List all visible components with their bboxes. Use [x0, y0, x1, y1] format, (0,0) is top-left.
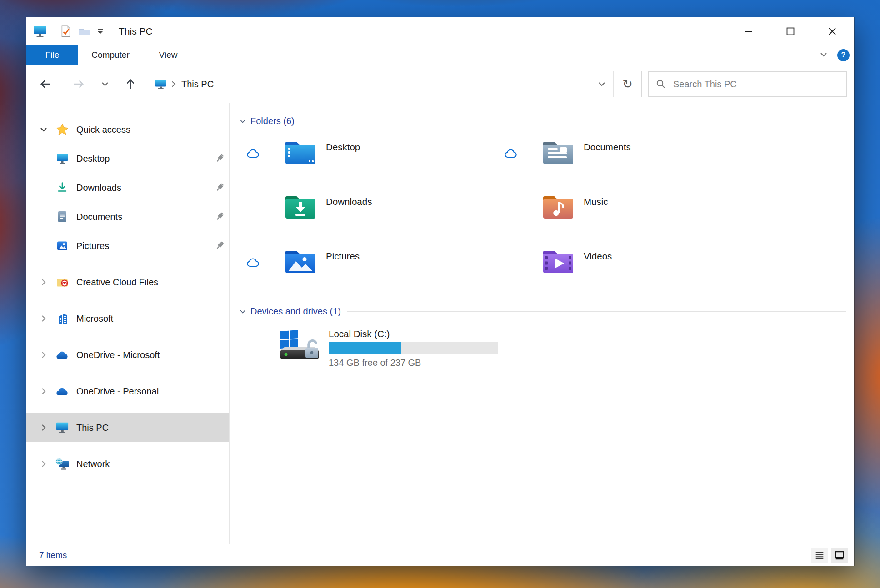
- maximize-button[interactable]: [776, 20, 805, 43]
- chevron-right-icon: [170, 80, 177, 88]
- tab-computer[interactable]: Computer: [78, 45, 143, 65]
- titlebar-separator: [110, 25, 110, 38]
- cloud-status-icon: [504, 147, 518, 159]
- chevron-right-icon[interactable]: [39, 423, 49, 433]
- sidebar-item-label: OneDrive - Personal: [76, 386, 159, 397]
- capacity-bar: [329, 342, 498, 354]
- sidebar-item-desktop[interactable]: Desktop: [26, 144, 229, 173]
- folder-tile-downloads[interactable]: Downloads: [239, 193, 496, 240]
- folder-tile-desktop[interactable]: Desktop: [239, 138, 496, 185]
- search-box[interactable]: [648, 71, 847, 97]
- search-input[interactable]: [672, 79, 824, 90]
- search-icon: [656, 79, 666, 89]
- refresh-icon: ↻: [622, 77, 633, 91]
- sidebar-item-onedrive-microsoft[interactable]: OneDrive - Microsoft: [26, 340, 229, 369]
- back-icon: [39, 78, 52, 90]
- properties-button[interactable]: [60, 25, 71, 38]
- help-icon: ?: [837, 49, 850, 61]
- minimize-button[interactable]: [734, 20, 763, 43]
- sidebar-item-documents[interactable]: Documents: [26, 202, 229, 231]
- chevron-right-icon[interactable]: [39, 277, 49, 287]
- minimize-ribbon-button[interactable]: [818, 50, 829, 60]
- chevron-down-icon[interactable]: [239, 118, 247, 125]
- folders-grid: Desktop Documents: [239, 138, 847, 302]
- properties-icon: [60, 25, 71, 38]
- capacity-bar-fill: [329, 342, 401, 354]
- group-label[interactable]: Devices and drives (1): [250, 306, 341, 317]
- pin-icon: [215, 182, 225, 193]
- drive-tile-local-disk-c[interactable]: Local Disk (C:) 134 GB free of 237 GB: [239, 329, 847, 368]
- up-button[interactable]: [120, 77, 141, 91]
- sidebar-item-quick-access[interactable]: Quick access: [26, 115, 229, 144]
- group-divider: [301, 121, 846, 121]
- large-icons-view-button[interactable]: [831, 548, 848, 563]
- sidebar-item-onedrive-personal[interactable]: OneDrive - Personal: [26, 377, 229, 406]
- folder-tile-music[interactable]: Music: [496, 193, 754, 240]
- folder-tile-pictures[interactable]: Pictures: [239, 247, 496, 294]
- group-label[interactable]: Folders (6): [250, 116, 295, 126]
- tab-file[interactable]: File: [26, 45, 78, 65]
- tab-label: Computer: [91, 50, 129, 60]
- folder-name: Pictures: [326, 247, 360, 262]
- pictures-folder-icon: [283, 247, 318, 275]
- navigation-toolbar: This PC ↻: [26, 65, 854, 103]
- items-count: 7 items: [39, 550, 67, 560]
- sidebar-item-creative-cloud-files[interactable]: Creative Cloud Files: [26, 268, 229, 297]
- chevron-right-icon[interactable]: [39, 459, 49, 469]
- close-icon: [827, 26, 838, 37]
- chevron-right-icon[interactable]: [39, 386, 49, 396]
- file-explorer-window: This PC File Computer View: [26, 17, 854, 566]
- breadcrumb[interactable]: This PC: [149, 71, 590, 97]
- onedrive-icon: [52, 349, 73, 361]
- address-dropdown-button[interactable]: [590, 71, 613, 97]
- quick-access-toolbar: This PC: [33, 25, 153, 38]
- folder-name: Documents: [584, 138, 631, 153]
- pictures-icon: [52, 239, 73, 253]
- sidebar-item-microsoft[interactable]: Microsoft: [26, 304, 229, 333]
- sidebar-item-network[interactable]: Network: [26, 449, 229, 478]
- ribbon-tabs: File Computer View ?: [26, 45, 854, 65]
- folder-name: Downloads: [326, 193, 372, 207]
- drive-free-space: 134 GB free of 237 GB: [329, 358, 498, 368]
- chevron-down-icon[interactable]: [39, 125, 49, 135]
- pin-icon: [215, 211, 225, 222]
- recent-locations-button[interactable]: [95, 80, 115, 88]
- titlebar: This PC: [26, 17, 854, 45]
- sidebar-item-label: Desktop: [76, 154, 110, 164]
- refresh-button[interactable]: ↻: [613, 71, 641, 97]
- details-view-button[interactable]: [811, 548, 828, 563]
- back-button[interactable]: [35, 78, 56, 90]
- group-header-folders: Folders (6): [239, 116, 847, 126]
- close-button[interactable]: [818, 20, 847, 43]
- new-folder-button[interactable]: [78, 26, 90, 37]
- sidebar-item-this-pc[interactable]: This PC: [26, 413, 229, 442]
- creative-cloud-icon: [52, 275, 73, 289]
- chevron-right-icon[interactable]: [39, 314, 49, 324]
- drive-name: Local Disk (C:): [329, 329, 498, 339]
- titlebar-separator: [54, 25, 54, 38]
- customize-quick-access-toolbar-button[interactable]: [97, 28, 104, 35]
- desktop-icon: [52, 152, 73, 165]
- videos-folder-icon: [541, 247, 575, 275]
- sidebar-item-label: Network: [76, 459, 110, 469]
- forward-button[interactable]: [68, 78, 90, 90]
- sidebar-item-pictures[interactable]: Pictures: [26, 231, 229, 260]
- chevron-down-icon[interactable]: [239, 308, 247, 315]
- folder-name: Music: [584, 193, 608, 207]
- navigation-pane: Quick access Desktop Downloads: [26, 103, 230, 544]
- sidebar-item-label: Quick access: [76, 125, 130, 135]
- breadcrumb-location[interactable]: This PC: [181, 79, 214, 90]
- local-disk-icon: [278, 329, 321, 363]
- folder-tile-documents[interactable]: Documents: [496, 138, 754, 185]
- sidebar-item-downloads[interactable]: Downloads: [26, 173, 229, 202]
- documents-icon: [52, 210, 73, 224]
- folder-name: Videos: [584, 247, 612, 262]
- this-pc-icon: [33, 25, 47, 38]
- chevron-right-icon[interactable]: [39, 350, 49, 360]
- help-button[interactable]: ?: [837, 49, 850, 61]
- folder-tile-videos[interactable]: Videos: [496, 247, 754, 294]
- desktop-folder-icon: [283, 138, 318, 166]
- documents-folder-icon: [541, 138, 575, 166]
- tab-view[interactable]: View: [143, 45, 194, 65]
- address-bar[interactable]: This PC ↻: [149, 71, 642, 97]
